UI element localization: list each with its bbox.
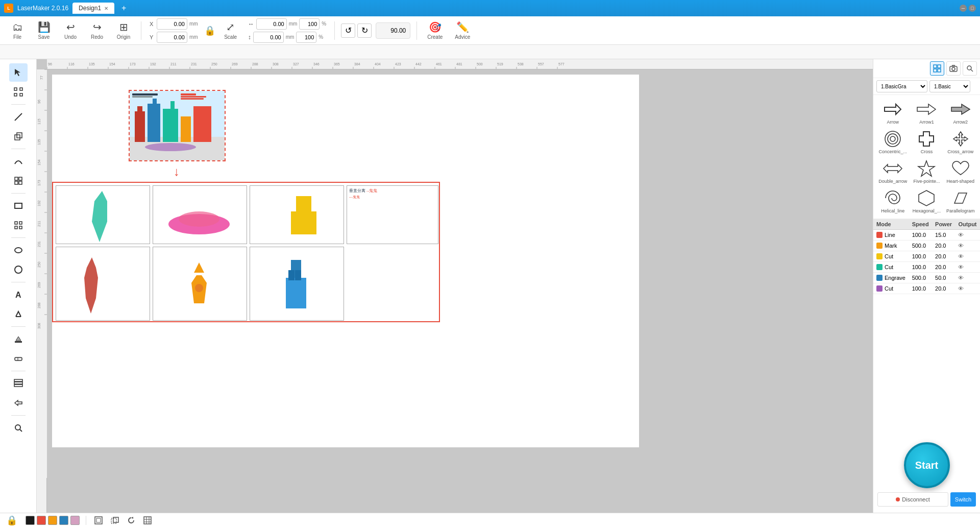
width-input[interactable] [256, 18, 287, 30]
shape-arrow1[interactable]: Arrow1 [910, 98, 943, 127]
undo-button[interactable]: ↩ Undo [59, 19, 82, 42]
lock-icon[interactable]: 🔒 [6, 515, 17, 526]
advice-button[interactable]: ✏️ Advice [451, 19, 474, 42]
width-unit: mm [289, 21, 298, 27]
maximize-button[interactable]: □ [969, 5, 976, 12]
file-button[interactable]: 🗂 File [6, 19, 29, 42]
svg-rect-13 [15, 222, 17, 224]
svg-marker-143 [917, 104, 936, 114]
camera-button[interactable] [946, 61, 961, 76]
layer-visibility-0[interactable]: 👁 [958, 232, 964, 238]
fill-tool[interactable] [9, 330, 28, 348]
start-button[interactable]: Start [904, 442, 950, 488]
height-pct-input[interactable] [296, 32, 316, 43]
ellipse-tool[interactable] [9, 241, 28, 259]
shape-cross[interactable]: Cross [910, 128, 943, 156]
height-row: ↕ mm % [248, 32, 327, 43]
node-tool[interactable] [9, 83, 28, 101]
grid-view-button[interactable] [930, 61, 944, 76]
switch-button[interactable]: Switch [950, 492, 976, 507]
layer-power-3: 20.0 [932, 262, 955, 273]
layer-row-3: Cut 100.0 20.0 👁 [873, 262, 980, 273]
color-swatch-3[interactable] [59, 516, 68, 525]
layer-visibility-1[interactable]: 👁 [958, 243, 964, 249]
search-button[interactable] [963, 61, 977, 76]
path-tool[interactable] [9, 305, 28, 323]
coord-group: X mm Y mm [150, 18, 198, 43]
color-swatch-1[interactable] [37, 516, 46, 525]
width-icon: ↔ [248, 20, 254, 28]
col-output: Output [955, 219, 980, 230]
transform-tool[interactable] [9, 394, 28, 412]
rotate-cw-button[interactable]: ↻ [357, 23, 372, 38]
cell-1-4: 垂直分离 --鬼鬼 ---鬼鬼 [347, 185, 438, 244]
tab-close[interactable]: ✕ [104, 6, 108, 11]
tab-design1[interactable]: Design1 ✕ [72, 3, 114, 14]
line-tool[interactable] [9, 108, 28, 126]
cell-2-2 [153, 247, 247, 321]
redo-button[interactable]: ↪ Redo [86, 19, 108, 42]
curve-tool[interactable] [9, 152, 28, 171]
shape-helical[interactable]: Helical_line [876, 187, 909, 215]
layers-tool[interactable] [9, 374, 28, 393]
select-tool[interactable] [9, 63, 28, 82]
text-tool[interactable]: A [9, 285, 28, 304]
svg-text:115: 115 [37, 118, 41, 125]
canvas-content[interactable]: ↓ [47, 69, 873, 513]
x-input[interactable] [157, 18, 187, 30]
layer-visibility-5[interactable]: 👁 [958, 285, 964, 292]
shape-five-pointed[interactable]: Five-pointe... [910, 157, 943, 186]
color-swatch-0[interactable] [26, 516, 35, 525]
grid-tool[interactable] [9, 216, 28, 234]
save-icon: 💾 [38, 21, 51, 33]
svg-rect-111 [135, 111, 145, 142]
refresh-tool-bb[interactable] [125, 514, 137, 526]
svg-rect-153 [95, 517, 102, 524]
svg-text:269: 269 [232, 62, 238, 66]
basic-graphic-select[interactable]: 1.BasicGra [876, 80, 927, 92]
svg-rect-26 [14, 379, 22, 381]
layer-visibility-3[interactable]: 👁 [958, 264, 964, 270]
basic-select[interactable]: 1.Basic [929, 80, 970, 92]
eraser-tool[interactable] [9, 349, 28, 368]
color-swatch-2[interactable] [48, 516, 57, 525]
shape-arrow[interactable]: Arrow [876, 98, 909, 127]
minimize-button[interactable]: ─ [960, 5, 967, 12]
color-swatch-4[interactable] [70, 516, 80, 525]
canvas-area[interactable]: 96 116 135 154 173 192 211 231 2 [37, 59, 873, 513]
rotate-ccw-button[interactable]: ↺ [341, 23, 355, 38]
disconnect-button[interactable]: Disconnect [877, 492, 948, 507]
add-tab-button[interactable]: + [118, 4, 129, 13]
shape-hexagonal[interactable]: Hexagonal_... [910, 187, 943, 215]
shape-cross-arrow[interactable]: Cross_arrow [944, 128, 977, 156]
shape-concentric[interactable]: Concentric_... [876, 128, 909, 156]
shape-arrow2[interactable]: Arrow2 [944, 98, 977, 127]
group-tool-bb[interactable] [109, 514, 121, 526]
origin-button[interactable]: ⊞ Origin [112, 19, 135, 42]
disconnect-label: Disconnect [902, 496, 929, 502]
layer-power-5: 20.0 [932, 283, 955, 294]
zoom-tool[interactable] [9, 419, 28, 437]
width-pct-input[interactable] [299, 18, 320, 30]
layer-visibility-2[interactable]: 👁 [958, 253, 964, 259]
scale-button[interactable]: ⤢ Scale [219, 19, 242, 42]
shape-heart[interactable]: Heart-shaped [944, 157, 977, 186]
height-input[interactable] [253, 32, 284, 43]
layer-visibility-4[interactable]: 👁 [958, 275, 964, 281]
file-icon: 🗂 [12, 21, 22, 33]
shapes-grid: Arrow Arrow1 Arrow2 Concentric_... Cross [873, 95, 980, 219]
rect-tool[interactable] [9, 197, 28, 215]
curve2-tool[interactable] [9, 172, 28, 190]
ellipse2-tool[interactable] [9, 260, 28, 279]
lock-aspect-button[interactable]: 🔒 [204, 25, 215, 36]
shape-parallelogram[interactable]: Parallelogram [944, 187, 977, 215]
y-input[interactable] [157, 32, 187, 43]
create-button[interactable]: 🎯 Create [423, 19, 447, 42]
svg-line-141 [971, 69, 973, 71]
rotation-input[interactable] [380, 27, 406, 34]
shape-double-arrow[interactable]: Double_arrow [876, 157, 909, 186]
save-button[interactable]: 💾 Save [33, 19, 55, 42]
selection-tool-bb[interactable] [92, 514, 105, 526]
copy-tool[interactable] [9, 127, 28, 146]
table-tool-bb[interactable] [141, 514, 154, 526]
